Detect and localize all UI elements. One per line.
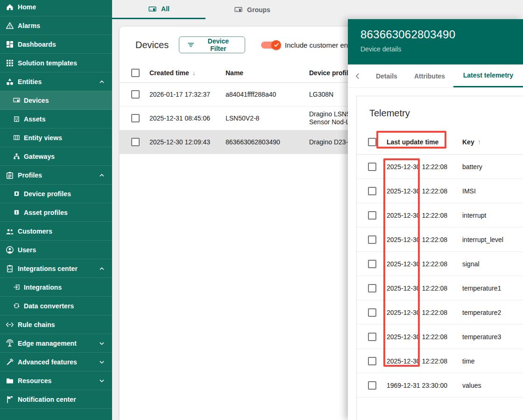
telemetry-row[interactable]: 2025-12-30 12:22:08 time bbox=[357, 349, 523, 373]
key-cell: interrupt_level bbox=[462, 236, 523, 243]
sidebar-item-device-profiles[interactable]: Device profiles bbox=[0, 185, 112, 203]
sidebar-item-notification-center[interactable]: Notification center bbox=[0, 390, 112, 409]
sidebar-item-advanced-features[interactable]: Advanced features bbox=[0, 353, 112, 371]
row-checkbox[interactable] bbox=[368, 284, 376, 292]
resources-icon bbox=[5, 376, 14, 385]
row-checkbox[interactable] bbox=[368, 381, 376, 390]
integrations-icon bbox=[13, 283, 21, 291]
sidebar-item-label: Data converters bbox=[24, 302, 74, 310]
column-created-time[interactable]: Created time ↓ bbox=[149, 69, 226, 77]
sidebar-item-assets[interactable]: Assets bbox=[0, 110, 112, 128]
sidebar-item-home[interactable]: Home bbox=[0, 0, 112, 16]
sidebar-item-profiles[interactable]: Profiles bbox=[0, 166, 112, 185]
entities-icon bbox=[5, 77, 14, 86]
row-checkbox[interactable] bbox=[131, 138, 140, 146]
users-icon bbox=[5, 245, 14, 255]
row-checkbox[interactable] bbox=[368, 308, 376, 317]
sidebar-item-edge-management[interactable]: Edge management bbox=[0, 334, 112, 353]
sidebar-item-label: Home bbox=[18, 3, 36, 11]
gateways-icon bbox=[13, 152, 21, 160]
sidebar-item-resources[interactable]: Resources bbox=[0, 371, 112, 390]
device-profiles-icon bbox=[13, 190, 21, 198]
sidebar-item-gateways[interactable]: Gateways bbox=[0, 147, 112, 166]
telemetry-row[interactable]: 2025-12-30 12:22:08 signal bbox=[357, 252, 523, 276]
device-row[interactable]: 2025-12-31 08:45:06 LSN50V2-8 Dragino LS… bbox=[120, 107, 362, 130]
last-update-time-cell: 1969-12-31 23:30:00 bbox=[387, 382, 462, 389]
row-checkbox[interactable] bbox=[368, 333, 376, 341]
row-checkbox[interactable] bbox=[368, 235, 376, 244]
last-update-time-cell: 2025-12-30 12:22:08 bbox=[387, 236, 462, 243]
row-checkbox[interactable] bbox=[368, 163, 376, 171]
sidebar-item-integrations[interactable]: Integrations bbox=[0, 278, 112, 297]
devices-title: Devices bbox=[135, 40, 169, 50]
telemetry-row[interactable]: 2025-12-30 12:22:08 temperature3 bbox=[357, 325, 523, 349]
tab-groups[interactable]: Groups bbox=[205, 0, 299, 19]
last-update-time-cell: 2025-12-30 12:22:08 bbox=[387, 309, 462, 316]
sidebar-item-label: Asset profiles bbox=[24, 209, 68, 216]
row-checkbox[interactable] bbox=[368, 357, 376, 365]
sidebar-item-dashboards[interactable]: Dashboards bbox=[0, 35, 112, 54]
sidebar-item-entity-views[interactable]: Entity views bbox=[0, 128, 112, 147]
chevron-up-icon bbox=[98, 171, 106, 179]
device-row-selected[interactable]: 2025-12-30 12:09:43 863663062803490 Drag… bbox=[120, 130, 362, 154]
column-last-update-time[interactable]: Last update time bbox=[387, 138, 462, 146]
notification-center-icon bbox=[5, 395, 14, 404]
sidebar-item-alarms[interactable]: Alarms bbox=[0, 16, 112, 35]
app-window: Home Alarms Dashboards Solution template… bbox=[0, 0, 523, 420]
tab-all[interactable]: All bbox=[112, 0, 205, 19]
sidebar-item-devices[interactable]: Devices bbox=[0, 91, 112, 110]
key-cell: temperature2 bbox=[462, 309, 523, 316]
sidebar-item-rule-chains[interactable]: Rule chains bbox=[0, 315, 112, 334]
sidebar-item-label: Integrations bbox=[24, 284, 62, 291]
last-update-time-cell: 2025-12-30 12:22:08 bbox=[387, 163, 462, 171]
sidebar-item-label: Notification center bbox=[18, 396, 76, 403]
sidebar-item-asset-profiles[interactable]: Asset profiles bbox=[0, 203, 112, 222]
column-name[interactable]: Name bbox=[226, 69, 309, 77]
row-checkbox[interactable] bbox=[368, 187, 376, 195]
sidebar-item-label: Profiles bbox=[18, 171, 42, 179]
row-checkbox[interactable] bbox=[131, 114, 140, 122]
sidebar-item-label: Integrations center bbox=[18, 265, 78, 272]
key-cell: battery bbox=[462, 163, 523, 171]
chevron-up-icon bbox=[98, 78, 106, 86]
device-row[interactable]: 2026-01-17 17:32:37 a84041ffff288a40 LG3… bbox=[120, 83, 362, 107]
select-all-checkbox[interactable] bbox=[131, 69, 140, 77]
device-filter-button[interactable]: Device Filter bbox=[179, 36, 245, 53]
row-checkbox[interactable] bbox=[368, 211, 376, 220]
tab-latest-telemetry[interactable]: Latest telemetry bbox=[453, 64, 523, 87]
column-key[interactable]: Key ↑ bbox=[462, 138, 523, 146]
tab-attributes[interactable]: Attributes bbox=[406, 64, 453, 87]
tabs-scroll-left-button[interactable] bbox=[348, 64, 367, 87]
select-all-checkbox[interactable] bbox=[368, 138, 376, 146]
telemetry-row[interactable]: 2025-12-30 12:22:08 IMSI bbox=[357, 179, 523, 203]
telemetry-row[interactable]: 1969-12-31 23:30:00 values bbox=[357, 373, 523, 398]
sidebar-item-customers[interactable]: Customers bbox=[0, 222, 112, 241]
telemetry-row[interactable]: 2025-12-30 12:22:08 interrupt_level bbox=[357, 228, 523, 252]
sidebar-item-users[interactable]: Users bbox=[0, 241, 112, 259]
telemetry-row[interactable]: 2025-12-30 12:22:08 temperature1 bbox=[357, 276, 523, 300]
dashboards-icon bbox=[5, 40, 14, 49]
sort-desc-icon: ↓ bbox=[192, 69, 196, 77]
row-checkbox[interactable] bbox=[131, 90, 140, 99]
last-update-time-cell: 2025-12-30 12:22:08 bbox=[387, 187, 462, 195]
last-update-time-cell: 2025-12-30 12:22:08 bbox=[387, 212, 462, 219]
sidebar-item-label: Entity views bbox=[24, 134, 62, 142]
data-converters-icon bbox=[13, 302, 21, 310]
sidebar-item-label: Resources bbox=[18, 377, 52, 384]
include-customer-entities-toggle[interactable] bbox=[261, 42, 278, 49]
chevron-down-icon bbox=[98, 377, 106, 385]
sidebar-item-label: Customers bbox=[18, 228, 52, 235]
key-cell: signal bbox=[462, 260, 523, 268]
telemetry-row[interactable]: 2025-12-30 12:22:08 temperature2 bbox=[357, 300, 523, 325]
sidebar-item-entities[interactable]: Entities bbox=[0, 72, 112, 91]
sidebar-item-data-converters[interactable]: Data converters bbox=[0, 297, 112, 315]
chevron-down-icon bbox=[98, 358, 106, 366]
devices-icon bbox=[13, 96, 21, 104]
sidebar-item-integrations-center[interactable]: Integrations center bbox=[0, 259, 112, 278]
telemetry-row[interactable]: 2025-12-30 12:22:08 interrupt bbox=[357, 203, 523, 228]
row-checkbox[interactable] bbox=[368, 260, 376, 268]
telemetry-row[interactable]: 2025-12-30 12:22:08 battery bbox=[357, 155, 523, 179]
sidebar-item-solution-templates[interactable]: Solution templates bbox=[0, 54, 112, 72]
tab-details[interactable]: Details bbox=[367, 64, 406, 87]
key-cell: temperature3 bbox=[462, 333, 523, 341]
